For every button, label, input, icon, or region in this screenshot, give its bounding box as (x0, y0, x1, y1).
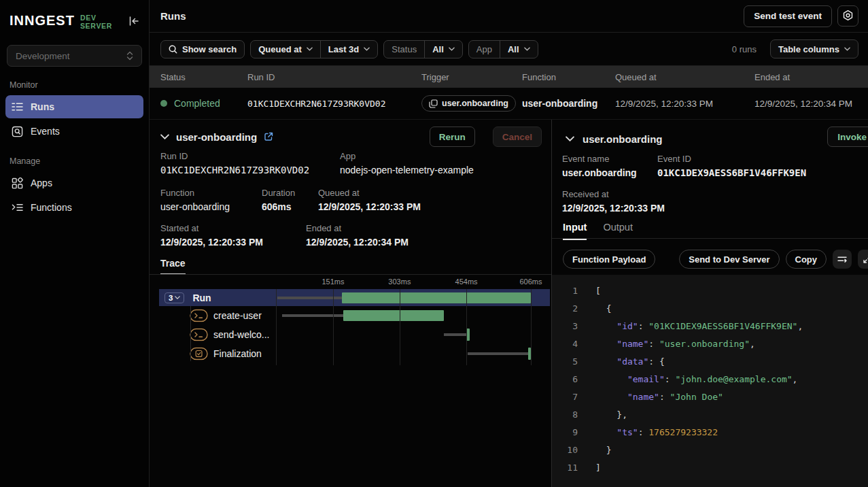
trigger-event-pill[interactable]: user.onboarding (421, 95, 516, 112)
code-line: 8 }, (552, 406, 868, 424)
line-number: 7 (552, 388, 578, 406)
show-search-button[interactable]: Show search (160, 40, 245, 58)
status-filter-dropdown[interactable]: All (424, 41, 462, 58)
word-wrap-button[interactable] (833, 250, 852, 269)
queued-at-field: Queued at 12/9/2025, 12:20:33 PM (318, 188, 421, 212)
line-number: 3 (552, 318, 578, 335)
line-number: 8 (552, 406, 578, 424)
execution-bar (343, 310, 444, 321)
code-line: 11] (552, 459, 868, 477)
environment-select-value: Development (16, 51, 70, 61)
chevron-up-down-icon (126, 51, 133, 61)
status-filter-label: Status (384, 41, 424, 58)
indent-guide (190, 306, 191, 361)
queued-at-dropdown[interactable]: Queued at (251, 41, 320, 58)
trace-row[interactable]: 3 Run (159, 289, 550, 306)
queue-duration-line (444, 333, 466, 336)
runs-count: 0 runs (732, 44, 757, 54)
tab-input[interactable]: Input (563, 222, 587, 240)
app-link[interactable]: nodejs-open-telemetry-example (340, 165, 474, 175)
code-content: "data": { (595, 353, 665, 371)
tab-output[interactable]: Output (603, 222, 633, 240)
sidebar-item-events[interactable]: Events (5, 120, 143, 143)
code-content: "name": "user.onboarding", (595, 335, 755, 353)
trigger-cell: user.onboarding (421, 95, 522, 112)
trace-row-waterfall (276, 306, 531, 325)
table-columns-dropdown[interactable]: Table columns (770, 39, 858, 58)
trace-row-waterfall (276, 289, 531, 306)
trace-row[interactable]: create-user (159, 306, 550, 325)
sidebar-item-runs[interactable]: Runs (5, 95, 143, 118)
function-link[interactable]: user-onboarding (160, 201, 230, 212)
payload-code-editor[interactable]: 1[2 {3 "id": "01KC1DEX9AESS6BF1V46FFK9EN… (552, 275, 868, 487)
chevron-down-icon (844, 47, 850, 51)
trace-row-name: Finalization (213, 348, 262, 359)
cancel-button[interactable]: Cancel (493, 127, 542, 147)
collapse-event-chevron-icon[interactable] (566, 136, 574, 141)
trace-axis: 151ms303ms454ms606ms (159, 277, 550, 289)
collapse-run-chevron-icon[interactable] (160, 134, 169, 139)
code-line: 7 "name": "John Doe" (552, 388, 868, 406)
trace-row[interactable]: Finalization (159, 344, 550, 363)
line-number: 10 (552, 441, 578, 459)
copy-button[interactable]: Copy (786, 250, 827, 269)
trace-gridline (466, 289, 467, 365)
step-count-badge[interactable]: 3 (164, 292, 184, 303)
run-detail-panel: user-onboarding Rerun Cancel Run ID 01KC… (150, 120, 552, 487)
step-terminal-icon (190, 329, 208, 341)
table-row[interactable]: Completed 01KC1DEXCHR2N617Z93RK0VD02 use… (150, 88, 868, 120)
queue-duration-line (468, 352, 528, 355)
app-filter-dropdown[interactable]: All (500, 41, 538, 58)
tab-trace[interactable]: Trace (160, 258, 186, 275)
sidebar-section-manage: Manage (10, 156, 149, 166)
event-windows-icon (429, 99, 438, 108)
trace-tick-label: 606ms (519, 278, 542, 286)
trace-row-name: create-user (213, 310, 262, 321)
line-number: 2 (552, 300, 578, 318)
line-number: 5 (552, 353, 578, 371)
line-number: 11 (552, 459, 578, 477)
code-line: 1[ (552, 282, 868, 300)
send-test-event-button[interactable]: Send test event (744, 5, 832, 27)
expand-icon (863, 254, 868, 264)
trace-gridline (333, 289, 334, 365)
received-at-field: Received at 12/9/2025, 12:20:33 PM (562, 189, 665, 214)
trace-row[interactable]: send-welco... (159, 325, 550, 344)
events-icon (11, 126, 23, 137)
send-to-dev-server-button[interactable]: Send to Dev Server (679, 250, 779, 269)
chevron-down-icon (524, 47, 530, 51)
queue-duration-line (277, 297, 342, 299)
time-range-dropdown[interactable]: Last 3d (320, 41, 378, 58)
event-name-field: Event name user.onboarding (562, 154, 637, 178)
sidebar-item-apps[interactable]: Apps (5, 171, 143, 195)
rerun-button[interactable]: Rerun (430, 127, 475, 147)
divider (552, 238, 868, 239)
status-dot-icon (160, 100, 167, 107)
trace-tick-label: 151ms (322, 278, 344, 286)
settings-button[interactable] (837, 5, 858, 27)
code-content: ] (595, 459, 601, 477)
collapse-sidebar-icon[interactable] (128, 16, 139, 26)
function-payload-button[interactable]: Function Payload (563, 250, 655, 269)
filter-bar: Show search Queued at Last 3d Status All… (150, 33, 868, 66)
line-number: 1 (552, 282, 578, 300)
external-link-icon[interactable] (264, 132, 273, 141)
queue-duration-line (282, 314, 343, 317)
trace-row-label: Finalization (159, 344, 276, 363)
code-line: 5 "data": { (552, 353, 868, 371)
environment-select[interactable]: Development (7, 45, 142, 67)
code-content: }, (595, 406, 627, 424)
word-wrap-icon (837, 255, 847, 263)
finalization-icon (190, 348, 208, 360)
expand-button[interactable] (858, 250, 868, 269)
trace-row-waterfall (276, 344, 531, 363)
column-header: Ended at (754, 72, 868, 82)
sidebar-item-label: Functions (31, 202, 72, 213)
run-id-field: Run ID 01KC1DEXCHR2N617Z93RK0VD02 (160, 151, 309, 175)
column-header: Queued at (615, 72, 754, 82)
invoke-button[interactable]: Invoke (827, 127, 868, 147)
trace-gridline (531, 289, 532, 365)
sidebar-item-functions[interactable]: Functions (5, 196, 143, 219)
event-detail-panel: user.onboarding Invoke Event name user.o… (552, 120, 868, 487)
main-content: Runs Send test event Show search Queued … (150, 0, 868, 487)
